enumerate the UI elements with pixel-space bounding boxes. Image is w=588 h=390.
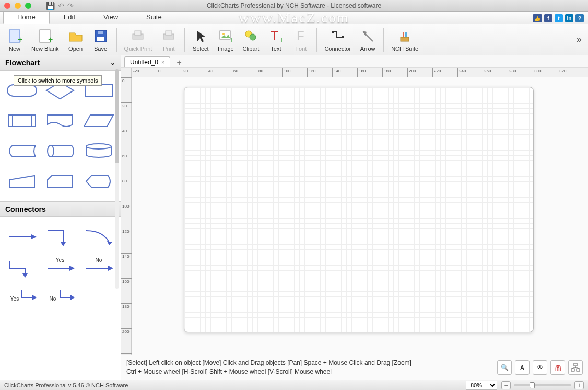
connector-curve[interactable] — [82, 225, 115, 248]
linkedin-icon[interactable]: in — [565, 14, 573, 22]
text-label: Text — [271, 45, 281, 52]
save-icon[interactable]: 💾 — [46, 2, 55, 10]
image-icon: + — [217, 28, 234, 44]
app-title: ClickCharts Professional by NCH Software… — [0, 2, 588, 9]
svg-text:+: + — [279, 36, 284, 44]
print-button[interactable]: Print — [156, 26, 181, 54]
connector-blank — [82, 286, 115, 309]
shape-display[interactable] — [82, 170, 115, 193]
shape-stored-data[interactable] — [5, 140, 39, 163]
floppy-icon — [92, 28, 109, 44]
nch-suite-icon — [396, 28, 413, 44]
tab-suite[interactable]: Suite — [132, 10, 176, 24]
ribbon-overflow-button[interactable]: » — [572, 34, 586, 45]
canvas-area: Untitled_0 × + -200204060801001201401601… — [121, 55, 588, 380]
shape-document[interactable] — [44, 109, 77, 132]
nch-suite-button[interactable]: NCH Suite — [387, 26, 422, 54]
text-tool-icon[interactable]: A — [515, 360, 530, 375]
facebook-icon[interactable]: f — [544, 14, 552, 22]
shape-database[interactable] — [82, 140, 115, 163]
undo-icon[interactable]: ↶ — [58, 2, 64, 10]
twitter-icon[interactable]: t — [555, 14, 563, 22]
tab-home[interactable]: Home — [3, 10, 50, 24]
tab-view[interactable]: View — [89, 10, 132, 24]
print-icon — [160, 28, 177, 44]
quick-print-button[interactable]: Quick Print — [120, 26, 157, 54]
document-tabs: Untitled_0 × + — [121, 55, 588, 68]
svg-text:+: + — [18, 35, 22, 44]
connector-button[interactable]: Connector — [320, 26, 355, 54]
hint-bar: [Select] Left click on object [Move] Cli… — [121, 355, 588, 380]
svg-point-12 — [222, 33, 225, 35]
save-label: Save — [94, 45, 107, 52]
canvas-page[interactable] — [184, 87, 534, 332]
svg-rect-23 — [403, 32, 404, 37]
shape-predefined[interactable] — [5, 109, 39, 132]
canvas-viewport[interactable] — [132, 77, 588, 355]
arrow-label: Arrow — [360, 45, 375, 52]
document-tab[interactable]: Untitled_0 × — [124, 56, 170, 67]
svg-rect-6 — [98, 31, 103, 34]
arrow-icon — [359, 28, 376, 44]
svg-point-15 — [250, 34, 256, 40]
help-icon[interactable]: ? — [575, 14, 584, 22]
svg-rect-41 — [577, 369, 580, 371]
ribbon: + New + New Blank Open Save Quick Print … — [0, 24, 588, 55]
svg-text:No: No — [50, 296, 56, 302]
close-tab-icon[interactable]: × — [161, 59, 164, 65]
connector-elbow-s[interactable] — [5, 256, 39, 279]
flowchart-panel-header[interactable]: Flowchart ⌄ — [0, 55, 121, 71]
hint-line-2: Ctrl + Mouse wheel [H-Scroll] Shift + Mo… — [126, 368, 497, 376]
select-button[interactable]: Select — [188, 26, 213, 54]
connector-no-elbow[interactable]: No — [44, 286, 77, 309]
zoom-slider[interactable] — [514, 384, 571, 386]
zoom-tool-icon[interactable]: 🔍 — [497, 360, 512, 375]
svg-text:F: F — [297, 29, 304, 43]
minimize-window-button[interactable] — [15, 3, 21, 9]
snap-icon[interactable]: ⋒ — [550, 360, 565, 375]
open-button[interactable]: Open — [63, 26, 88, 54]
svg-text:No: No — [96, 257, 102, 263]
nch-suite-label: NCH Suite — [391, 45, 418, 52]
like-icon[interactable]: 👍 — [533, 14, 542, 22]
redo-icon[interactable]: ↷ — [67, 2, 74, 10]
shape-card[interactable] — [44, 170, 77, 193]
connectors-panel-header[interactable]: Connectors — [0, 201, 121, 217]
clipart-button[interactable]: Clipart — [238, 26, 263, 54]
image-button[interactable]: + Image — [213, 26, 238, 54]
svg-rect-24 — [405, 32, 407, 37]
new-blank-icon: + — [37, 28, 53, 44]
new-blank-button[interactable]: + New Blank — [27, 26, 63, 54]
shape-data[interactable] — [82, 109, 115, 132]
ruler-horizontal: -200204060801001201401601802002202402602… — [132, 68, 588, 77]
layout-icon[interactable] — [568, 360, 583, 375]
add-tab-button[interactable]: + — [173, 58, 184, 67]
tab-edit[interactable]: Edit — [50, 10, 89, 24]
zoom-in-button[interactable]: + — [574, 381, 584, 389]
text-button[interactable]: T+ Text — [263, 26, 288, 54]
shape-direct-data[interactable] — [44, 140, 77, 163]
text-icon: T+ — [267, 28, 284, 44]
zoom-out-button[interactable]: − — [501, 381, 511, 389]
maximize-window-button[interactable] — [25, 3, 31, 9]
svg-rect-39 — [574, 363, 577, 366]
svg-rect-8 — [135, 31, 141, 35]
connector-yes[interactable]: Yes — [44, 256, 77, 279]
open-label: Open — [68, 45, 83, 52]
arrow-button[interactable]: Arrow — [355, 26, 380, 54]
connector-elbow-down[interactable] — [44, 225, 77, 248]
save-button[interactable]: Save — [88, 26, 113, 54]
connector-icon — [330, 28, 346, 44]
close-window-button[interactable] — [4, 3, 10, 9]
zoom-select[interactable]: 80% — [466, 381, 497, 390]
connector-yes-elbow[interactable]: Yes — [5, 286, 39, 309]
sidebar-scrollbar[interactable] — [115, 69, 119, 289]
visibility-icon[interactable]: 👁 — [533, 360, 547, 375]
new-button[interactable]: + New — [2, 26, 27, 54]
connector-no[interactable]: No — [82, 256, 115, 279]
connectors-header-label: Connectors — [5, 205, 46, 213]
connector-straight[interactable] — [5, 225, 39, 248]
font-button[interactable]: F Font — [288, 26, 313, 54]
shape-manual-input[interactable] — [5, 170, 39, 193]
svg-text:+: + — [229, 36, 233, 44]
